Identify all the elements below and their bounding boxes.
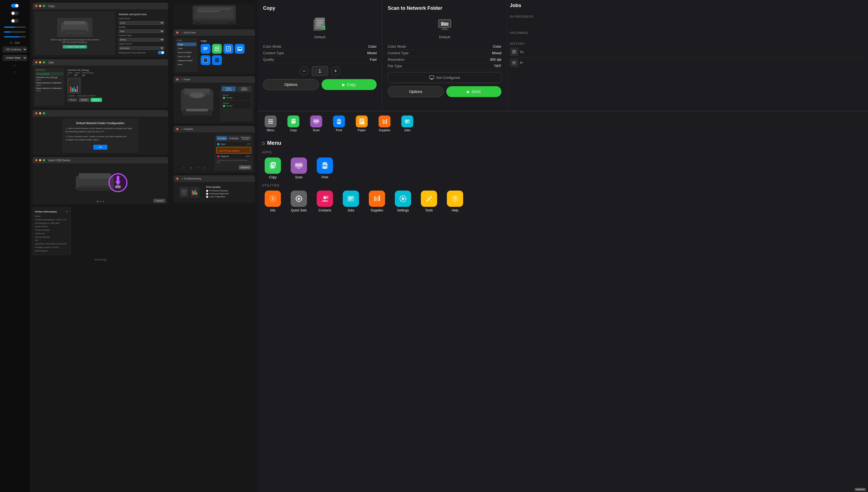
slider-3[interactable] [4, 36, 26, 38]
cartridges-tab[interactable]: Cartridges [216, 136, 227, 141]
progress-dots [97, 201, 104, 202]
qs-icon-blueprint3[interactable] [212, 55, 222, 65]
qs-icon-blueprint[interactable] [223, 44, 233, 54]
qs-scan-email-item[interactable]: Scan to Email [177, 51, 196, 54]
qs-icon-content[interactable] [212, 44, 222, 54]
scan-icon-bar [310, 116, 322, 127]
copy-options-btn[interactable]: Options [263, 79, 319, 90]
menu-tools-item[interactable]: Tools [418, 191, 440, 212]
color-calibration-check[interactable] [206, 196, 208, 198]
scan-options-btn[interactable]: Options [388, 86, 443, 97]
supplies-title-bar: ⌂ Supplies [182, 128, 193, 130]
copy-copy-btn[interactable]: ▶ Copy [321, 79, 377, 90]
appbar-scan[interactable]: Scan [305, 114, 327, 133]
toggle-row-1[interactable] [10, 3, 19, 9]
copy-increment-btn[interactable]: + [331, 67, 340, 75]
jobs-widget: Jobs IN PROGRESS UPCOMING HISTORY [507, 0, 868, 111]
appbar-copy[interactable]: Copy [283, 114, 304, 133]
copy-decrement-btn[interactable]: − [300, 67, 309, 75]
menu-settings-icon-svg [399, 194, 408, 203]
copy-cm-select[interactable]: Color [119, 21, 164, 25]
scan-send-btn[interactable]: ▶ Send [447, 86, 502, 97]
printer-info-close[interactable]: ✕ [66, 210, 68, 213]
qs-scan-item[interactable]: Scan [177, 47, 196, 50]
printheads-tab[interactable]: Printheads [228, 136, 239, 141]
usb-device-card: Insert USB Device [32, 157, 168, 204]
qs-copy-item[interactable]: Copy [177, 43, 196, 46]
dropdown-region[interactable]: United States [3, 55, 27, 61]
maintenance-tab[interactable]: Maintenance Cartridge [240, 136, 251, 141]
menu-print-item[interactable]: Print [314, 157, 336, 179]
select-copy-mode[interactable]: ✓ Select Copy Mode [63, 45, 87, 49]
menu-jobs-item[interactable]: Jobs [340, 191, 362, 212]
appbar-paper[interactable]: Paper [351, 114, 372, 133]
bg-removal-toggle[interactable] [158, 51, 164, 54]
copy-cm-label-w: Color Mode [263, 45, 281, 49]
appbar-print[interactable]: Print [328, 114, 350, 133]
scan-widget: Scan to Network Folder Default [382, 0, 507, 111]
printhead-cleaning-check[interactable] [206, 190, 208, 192]
copy-ct-select[interactable]: Mixed [119, 38, 164, 42]
scan-btn-row: Options ▶ Send [388, 86, 501, 97]
scan-ct-label: Content Type [388, 51, 409, 55]
menu-settings-label: Settings [397, 208, 409, 212]
upcoming-label: UPCOMING [510, 30, 865, 35]
menu-scan-item[interactable]: Scan [288, 157, 310, 179]
ts-close [176, 177, 178, 180]
copy-btn-row: Options ▶ Copy [263, 79, 377, 90]
menu-help-item[interactable]: ? Help [444, 191, 466, 212]
svg-rect-16 [195, 23, 201, 25]
output-options-tab[interactable]: Output Options [237, 87, 251, 91]
reprint-btn[interactable]: Reprint [91, 98, 102, 102]
svg-rect-55 [512, 50, 516, 51]
paper-source-tab[interactable]: Paper Source [222, 87, 236, 91]
appbar-menu[interactable]: Menu [260, 114, 282, 133]
minimize-dot [39, 5, 41, 7]
menu-supplies-label: Supplies [371, 208, 383, 212]
svg-rect-82 [405, 121, 408, 122]
chevron-right: › [13, 63, 17, 68]
appbar-supplies[interactable]: Supplies [373, 114, 395, 133]
slider-1[interactable] [4, 27, 26, 28]
scan-cm-value: Color [493, 45, 501, 49]
qs-print-item[interactable]: Print [177, 63, 196, 67]
svg-rect-50 [441, 29, 449, 30]
toggle-row-3[interactable] [10, 18, 19, 24]
menu-copy-item[interactable]: Copy [262, 157, 284, 179]
copy-q-select[interactable]: Fast [119, 29, 164, 33]
menu-contacts-item[interactable]: Contacts [314, 191, 336, 212]
menu-jobs-label: Jobs [347, 208, 354, 212]
qs-icon-blueprint2[interactable] [201, 55, 211, 65]
jobs-widget-title: Jobs [510, 3, 865, 8]
menu-settings-item[interactable]: Settings [392, 191, 414, 212]
qs-icon-image[interactable] [235, 44, 245, 54]
copy-q-label: Quality [119, 26, 164, 28]
qs-network-item[interactable]: Network Folder [177, 59, 196, 63]
nf-close-dot [35, 112, 38, 115]
menu-copy-icon [265, 157, 281, 174]
pause-btn[interactable]: Pause [67, 98, 78, 102]
copy-btn-icon: ▶ [342, 82, 345, 87]
qs-icon-lines[interactable] [201, 44, 211, 54]
job-row-2: Paper-Advance Calibration [36, 81, 64, 84]
copy-widget: Copy Default Color Mode [258, 0, 382, 111]
svg-rect-76 [359, 119, 364, 124]
appbar-jobs[interactable]: Jobs [396, 114, 418, 133]
svg-rect-18 [203, 47, 208, 48]
home-icon[interactable]: ⌂ [262, 140, 265, 146]
delete-btn[interactable]: Delete [79, 98, 90, 102]
appbar-scan-label: Scan [313, 128, 319, 132]
copy-ps-select[interactable]: Automatic [119, 46, 164, 50]
nf-ok-btn[interactable]: Ok [93, 145, 107, 150]
menu-quicksets-item[interactable]: Quick Sets [288, 191, 310, 212]
usb-cancel-btn[interactable]: Cancel [153, 199, 165, 203]
menu-supplies-item[interactable]: Supplies [366, 191, 388, 212]
menu-info-item[interactable]: i Info [262, 191, 284, 212]
dropdown-units[interactable]: US Customary [3, 47, 27, 52]
qs-scan-usb-item[interactable]: Scan to USB [177, 55, 196, 58]
toggle-row-2[interactable] [10, 10, 19, 16]
apps-grid: Copy Scan [262, 157, 864, 179]
slider-2[interactable] [4, 31, 26, 32]
supplies-replace-btn[interactable]: Replace [239, 165, 251, 169]
printhead-alignment-check[interactable] [206, 193, 208, 195]
